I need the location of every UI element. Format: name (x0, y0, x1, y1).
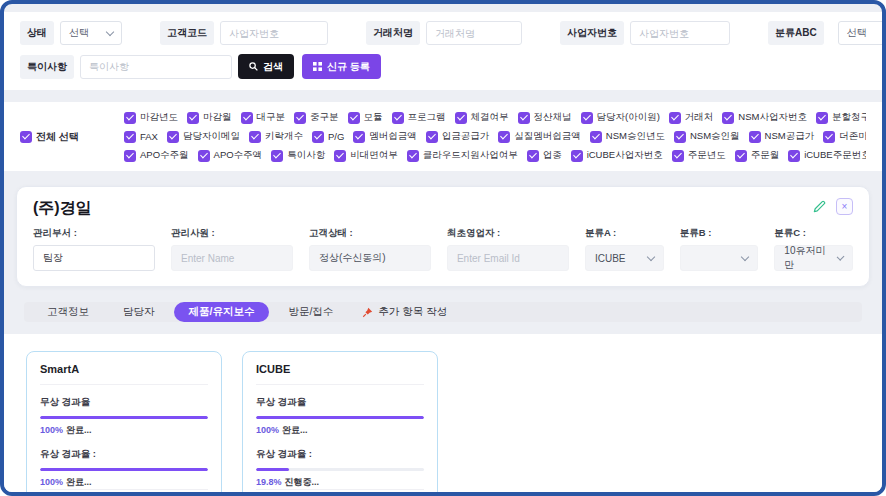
column-checkbox[interactable]: 프로그램 (392, 111, 446, 124)
remarks-input[interactable] (80, 55, 232, 79)
checkbox-checked-icon (249, 131, 261, 143)
checkbox-rows: 마감년도마감월대구분중구분모듈프로그램체결여부정산채널담당자(아이원)거래처NS… (124, 111, 866, 162)
status-filter-group: 상태선택 (20, 21, 122, 45)
company-field-3: 최초영업자 :Enter Email Id (447, 227, 569, 271)
checkbox-checked-icon (527, 150, 539, 162)
column-checkbox[interactable]: FAX (124, 131, 158, 143)
column-checkbox[interactable]: 주문년도 (672, 149, 726, 162)
column-checkbox[interactable]: NSM공급가 (749, 130, 815, 143)
card-footer: 최초등록일 :2020-09-28무상종료일 :2021-07-31유상종료일 … (40, 489, 208, 496)
tab-담당자[interactable]: 담당자 (108, 302, 170, 322)
column-checkbox[interactable]: 정산채널 (518, 111, 572, 124)
column-checkbox[interactable]: APO수주액 (198, 149, 263, 162)
select-all-checkbox[interactable]: 전체 선택 (20, 130, 79, 144)
progress-track (256, 416, 424, 419)
abc-select-1[interactable]: 선택 (838, 21, 886, 45)
column-checkbox[interactable]: NSM승인년도 (590, 130, 665, 143)
checkbox-label: NSM승인월 (690, 130, 740, 143)
company-field-select[interactable] (680, 245, 759, 271)
company-field-select[interactable]: 10유저미만 (774, 245, 853, 271)
column-checkbox[interactable]: 거래처 (669, 111, 714, 124)
column-checkbox[interactable]: 더존마진 (823, 130, 866, 143)
checkbox-label: 거래처 (685, 111, 714, 124)
company-field-label: 분류C : (774, 227, 853, 240)
company-field-input[interactable]: Enter Name (171, 245, 293, 271)
tab-고객정보[interactable]: 고객정보 (32, 302, 104, 322)
status-label: 상태 (20, 21, 54, 45)
column-checkbox[interactable]: 주문월 (735, 149, 780, 162)
checkbox-checked-icon (722, 112, 734, 124)
company-name: (주)경일 (33, 198, 92, 219)
progress-fill (256, 468, 289, 471)
column-checkbox[interactable]: 비대면여부 (334, 149, 398, 162)
new-register-button-label: 신규 등록 (327, 60, 370, 74)
checkbox-label: 멤버쉽금액 (369, 130, 417, 143)
column-checkbox[interactable]: 분할청구 (816, 111, 866, 124)
column-checkbox[interactable]: 멤버쉽금액 (353, 130, 417, 143)
column-checkbox[interactable]: APO수주월 (124, 149, 189, 162)
column-checkbox[interactable]: 마감월 (187, 111, 232, 124)
filter-input[interactable] (426, 21, 522, 45)
column-checkbox[interactable]: 입금공급가 (426, 130, 490, 143)
checkbox-checked-icon (823, 131, 835, 143)
column-checkbox[interactable]: 마감년도 (124, 111, 178, 124)
checkbox-checked-icon (735, 150, 747, 162)
column-checkbox[interactable]: 클라우드지원사업여부 (407, 149, 518, 162)
checkbox-label: 담당자이메일 (183, 130, 240, 143)
company-card: (주)경일 × 관리부서 :팀장관리사원 :Enter Name고객상태 :정상… (16, 186, 870, 287)
tab-방문/접수[interactable]: 방문/접수 (273, 302, 348, 322)
company-field-input[interactable]: Enter Email Id (447, 245, 569, 271)
checkbox-checked-icon (124, 131, 136, 143)
progress-label: 유상 경과율 : (256, 448, 424, 461)
chevron-down-icon (741, 252, 749, 260)
column-checkbox[interactable]: 특이사항 (271, 149, 325, 162)
company-field-input[interactable]: 정상(수신동의) (309, 245, 431, 271)
close-icon[interactable]: × (836, 198, 853, 215)
column-checkbox[interactable]: 담당자이메일 (167, 130, 240, 143)
column-checkbox[interactable]: 모듈 (348, 111, 383, 124)
checkbox-checked-icon (312, 131, 324, 143)
column-checkbox[interactable]: P/G (312, 131, 344, 143)
column-checkbox[interactable]: 중구분 (294, 111, 339, 124)
new-register-button[interactable]: 신규 등록 (302, 54, 381, 79)
column-checkbox[interactable]: 대구분 (241, 111, 286, 124)
filter-input[interactable] (630, 21, 730, 45)
company-field-0: 관리부서 :팀장 (33, 227, 155, 271)
edit-icon[interactable] (811, 198, 828, 215)
checkbox-checked-icon (581, 112, 593, 124)
checkbox-checked-icon (198, 150, 210, 162)
checkbox-label: 주문년도 (688, 149, 726, 162)
checkbox-label: 입금공급가 (442, 130, 490, 143)
column-checkbox[interactable]: iCUBE주문번호 (788, 149, 866, 162)
status-select-value: 선택 (69, 26, 89, 40)
grid-icon (313, 62, 322, 71)
chevron-down-icon (836, 253, 844, 261)
column-checkbox[interactable]: NSM사업자번호 (722, 111, 807, 124)
column-checkbox[interactable]: NSM승인월 (674, 130, 740, 143)
column-checkbox[interactable]: 업종 (527, 149, 562, 162)
column-checkbox[interactable]: 실질멤버쉽금액 (498, 130, 581, 143)
company-field-value: 10유저미만 (784, 244, 827, 272)
company-field-input[interactable]: 팀장 (33, 245, 155, 271)
checkbox-label: 체결여부 (471, 111, 509, 124)
checkbox-label: 실질멤버쉽금액 (514, 130, 581, 143)
checkbox-label: iCUBE주문번호 (804, 149, 866, 162)
column-checkbox[interactable]: 담당자(아이원) (581, 111, 660, 124)
column-checkbox[interactable]: 키락개수 (249, 130, 303, 143)
tab-제품/유지보수[interactable]: 제품/유지보수 (174, 302, 270, 322)
search-button[interactable]: 검색 (238, 54, 294, 79)
column-checkbox[interactable]: 체결여부 (455, 111, 509, 124)
progress-percent: 100% (40, 477, 63, 487)
checkbox-checked-icon (455, 112, 467, 124)
progress-section: 유상 경과율 :100%완료... (40, 448, 208, 489)
progress-status-text: 진행중... (285, 477, 320, 487)
company-field-select[interactable]: ICUBE (585, 245, 664, 271)
column-checkbox[interactable]: iCUBE사업자번호 (571, 149, 663, 162)
company-field-label: 분류B : (680, 227, 759, 240)
status-select[interactable]: 선택 (60, 21, 122, 45)
filter-input[interactable] (220, 21, 328, 45)
search-icon (249, 62, 258, 71)
checkbox-label: 주문월 (751, 149, 780, 162)
progress-track (256, 468, 424, 471)
extra-fields-link[interactable]: 추가 항목 작성 (362, 305, 447, 319)
